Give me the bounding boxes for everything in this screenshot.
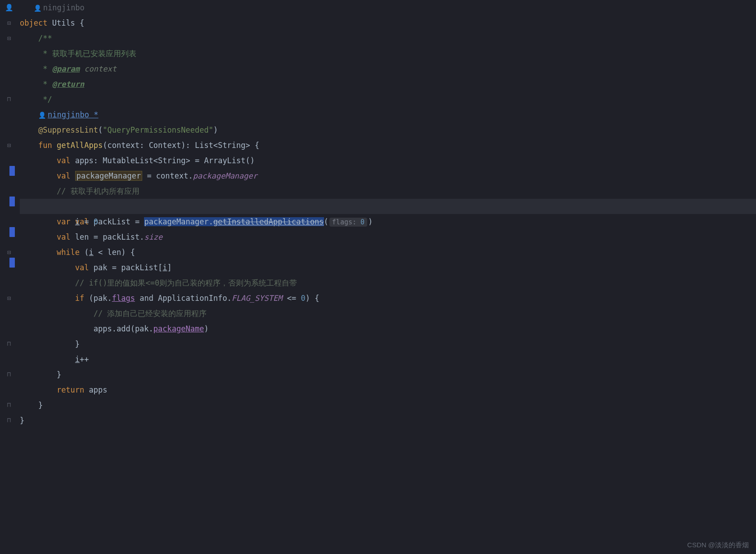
fold-icon[interactable]: ⊟ [6,20,12,26]
code-line[interactable]: var i = 0 [20,214,756,229]
modification-marker [9,197,15,206]
keyword-while: while [57,248,80,257]
keyword-fun: fun [38,141,52,150]
vcs-author-link[interactable]: ningjinbo * [48,110,99,119]
string-literal: "QueryPermissionsNeeded" [103,125,213,134]
fold-icon[interactable]: ⊟ [6,142,12,148]
function-name: getAllApps [57,141,103,150]
comment: // if()里的值如果<=0则为自己装的程序，否则为系统工程自带 [75,278,297,287]
current-line-highlight [20,199,756,214]
comment: // 添加自己已经安装的应用程序 [94,309,207,318]
code-line[interactable]: apps.add(pak.packageName) [20,321,756,336]
code-line[interactable]: } [20,398,756,413]
kdoc-return-tag: @return [52,80,85,89]
code-line[interactable]: val pak = packList[i] [20,260,756,275]
code-line[interactable]: } [20,336,756,352]
modification-marker [9,166,15,176]
code-line[interactable]: if (pak.flags and ApplicationInfo.FLAG_S… [20,290,756,306]
code-line[interactable]: val packageManager = context.packageMana… [20,168,756,183]
code-line[interactable]: i++ [20,352,756,367]
brace-close: } [57,370,61,379]
code-line[interactable]: object Utils { [20,15,756,31]
apps-add-call: apps.add(pak. [94,324,153,333]
annotation: @SuppressLint [38,125,98,134]
property-flags: flags [112,294,135,303]
kdoc-open: /** [38,34,52,43]
code-line[interactable]: } [20,413,756,428]
author-icon: 👤 [5,4,14,12]
property-packageName: packageName [153,324,204,333]
function-signature: (context: Context): List<String> { [103,141,259,150]
kdoc-param-name: context [84,64,117,73]
fold-end-icon: ⊔ [6,371,12,378]
variable-packageManager: packageManager [75,171,142,181]
pak-declaration: pak = packList[ [94,263,163,272]
brace: { [80,18,84,27]
code-line[interactable]: // 获取手机内所有应用 [20,183,756,199]
variable-i: i [75,217,80,226]
code-line[interactable]: fun getAllApps(context: Context): List<S… [20,138,756,153]
object-name: Utils [52,18,75,27]
code-line-current[interactable]: val packList = packageManager.getInstall… [20,199,756,214]
keyword-return: return [57,385,84,394]
variable-i: i [75,355,80,364]
keyword-val: val [57,171,71,180]
comment: // 获取手机内所有应用 [57,187,140,196]
code-line[interactable]: } [20,367,756,382]
keyword-var: var [57,217,71,226]
code-line[interactable]: val len = packList.size [20,229,756,245]
keyword-if: if [75,294,84,303]
fold-icon[interactable]: ⊟ [6,249,12,255]
keyword-val: val [57,232,71,241]
kdoc-prefix: * [38,49,52,58]
code-line[interactable]: * 获取手机已安装应用列表 [20,46,756,61]
variable-i: i [89,248,94,257]
gutter: 👤 ⊟ ⊟ ⊔ ⊟ ⊟ ⊟ ⊔ ⊔ ⊔ ⊔ [0,0,18,428]
code-line[interactable]: // 添加自己已经安装的应用程序 [20,306,756,321]
code-line[interactable]: */ [20,92,756,107]
fold-icon[interactable]: ⊟ [6,295,12,301]
code-line[interactable]: @SuppressLint("QueryPermissionsNeeded") [20,122,756,138]
fold-end-icon: ⊔ [6,341,12,347]
kdoc-prefix: * [38,80,52,89]
fold-end-icon: ⊔ [6,402,12,408]
fold-icon[interactable]: ⊟ [6,35,12,41]
code-line[interactable]: /** [20,31,756,46]
brace-close: } [20,416,24,425]
number-literal: 0 [301,294,305,303]
kdoc-close: */ [38,95,52,104]
keyword-val: val [57,156,71,165]
code-line[interactable]: * @param context [20,61,756,76]
keyword-val: val [75,263,89,272]
vcs-author-annotation: 👤ningjinbo [20,0,756,15]
person-icon: 👤 [34,4,41,12]
author-name: ningjinbo [43,3,85,12]
code-line[interactable]: val apps: MutableList<String> = ArrayLis… [20,153,756,168]
brace-close: } [75,340,80,348]
kdoc-text: 获取手机已安装应用列表 [52,49,136,58]
kdoc-param-tag: @param [52,64,80,73]
property-size: size [144,232,162,241]
keyword-object: object [20,18,47,27]
apps-declaration: apps: MutableList<String> = ArrayList() [75,156,255,165]
brace-close: } [38,401,43,410]
number-literal: 0 [94,217,98,226]
code-line[interactable]: return apps [20,382,756,398]
code-line[interactable]: while (i < len) { [20,245,756,260]
assign: = context. [142,171,193,180]
person-icon: 👤 [38,112,46,119]
code-line[interactable]: * @return [20,76,756,92]
modification-marker [9,227,15,237]
property-packageManager: packageManager [193,171,257,180]
fold-end-icon: ⊔ [6,96,12,103]
variable-i: i [162,263,167,272]
constant-flag-system: FLAG_SYSTEM [232,294,283,303]
code-line[interactable]: 👤ningjinbo * [20,107,756,122]
len-declaration: len = packList. [75,232,144,241]
code-editor[interactable]: 👤 ⊟ ⊟ ⊔ ⊟ ⊟ ⊟ ⊔ ⊔ ⊔ ⊔ 👤ningjinbo object … [0,0,756,428]
fold-end-icon: ⊔ [6,417,12,424]
code-line[interactable]: // if()里的值如果<=0则为自己装的程序，否则为系统工程自带 [20,275,756,290]
return-value: apps [84,385,107,394]
kdoc-prefix: * [38,64,52,73]
watermark: CSDN @淡淡的香烟 [687,541,749,550]
